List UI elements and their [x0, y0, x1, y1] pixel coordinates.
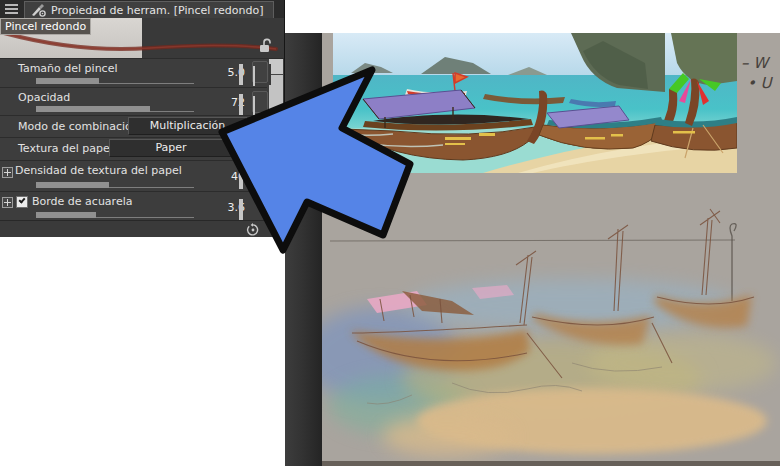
brush-gear-icon [31, 4, 46, 17]
row-texture-density: Densidad de textura del papel 46 [0, 160, 267, 191]
checkmark-icon [19, 196, 26, 203]
note-line: • U [747, 73, 772, 93]
opacity-spinner[interactable] [239, 94, 250, 110]
scrollbar-thumb[interactable] [269, 75, 283, 159]
reference-photo-boats [333, 33, 737, 173]
row-paper-texture: Textura del papel Paper [0, 137, 267, 160]
panel-scrollbar[interactable] [269, 59, 283, 220]
lock-icon[interactable] [257, 37, 273, 53]
watercolor-edge-label: Borde de acuarela [32, 195, 132, 208]
drawing-canvas[interactable]: – W • U [322, 33, 780, 466]
tool-property-panel: Propiedad de herram. [Pincel redondo] Pi… [0, 0, 285, 237]
blend-mode-value: Multiplicación [150, 119, 226, 132]
texture-density-slider[interactable] [36, 182, 194, 188]
row-blend-mode: Modo de combinación Multiplicación [0, 115, 267, 137]
texture-density-spinner[interactable] [239, 168, 250, 184]
brush-size-popup-button[interactable] [252, 61, 268, 83]
note-line: – W [741, 53, 772, 73]
canvas-bottom-shade [322, 461, 780, 466]
app-background-strip [285, 33, 322, 466]
opacity-label: Opacidad [18, 91, 70, 104]
brush-stroke-preview[interactable]: Pincel redondo [0, 18, 284, 58]
panel-footer-bar [0, 220, 284, 237]
watercolor-edge-slider[interactable] [36, 212, 194, 218]
panel-title: Propiedad de herram. [Pincel redondo] [51, 4, 264, 17]
paper-texture-dropdown[interactable]: Paper [109, 139, 233, 157]
watercolor-edge-checkbox[interactable] [16, 196, 28, 208]
tab-tool-property[interactable]: Propiedad de herram. [Pincel redondo] [24, 1, 274, 18]
blend-mode-dropdown[interactable]: Multiplicación [128, 117, 247, 135]
row-watercolor-edge: Borde de acuarela 3.6 [0, 191, 267, 220]
brush-size-label: Tamaño del pincel [18, 62, 117, 75]
opacity-popup-button[interactable] [252, 91, 268, 113]
row-opacity: Opacidad 72 [0, 87, 267, 115]
texture-density-label: Densidad de textura del papel [15, 164, 182, 177]
scroll-up-icon[interactable] [269, 59, 283, 74]
row-brush-size: Tamaño del pincel 5.0 [0, 58, 267, 87]
paper-texture-label: Textura del papel [18, 142, 113, 155]
app-screenshot: { "panel": { "title_tab": "Propiedad de … [0, 0, 780, 466]
brush-size-slider[interactable] [36, 78, 194, 84]
expand-watercolor-edge-icon[interactable] [2, 197, 13, 208]
panel-menu-icon[interactable] [5, 4, 18, 14]
handwritten-notes: – W • U [741, 53, 772, 93]
blend-mode-label: Modo de combinación [18, 120, 139, 133]
brush-name-label: Pincel redondo [0, 18, 91, 35]
reset-settings-icon[interactable] [246, 223, 260, 237]
watercolor-edge-spinner[interactable] [239, 199, 250, 215]
panel-header: Propiedad de herram. [Pincel redondo] [0, 0, 284, 18]
opacity-slider[interactable] [36, 106, 194, 112]
paper-texture-value: Paper [155, 141, 186, 154]
brush-size-spinner[interactable] [239, 64, 250, 80]
expand-texture-density-icon[interactable] [2, 167, 13, 178]
